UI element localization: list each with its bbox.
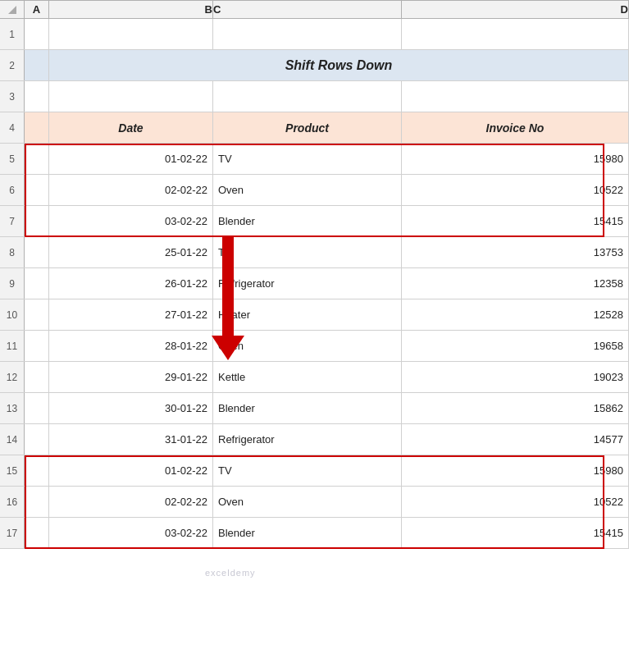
cell-5a[interactable]: [25, 144, 49, 174]
col-header-d: D: [402, 0, 629, 18]
cell-16c[interactable]: Oven: [213, 487, 402, 517]
cell-17c[interactable]: Blender: [213, 518, 402, 548]
row-15: 15 01-02-22 TV 15980: [0, 455, 629, 487]
row-num-12: 12: [0, 362, 25, 392]
cell-10d[interactable]: 12528: [402, 299, 629, 330]
cell-9a[interactable]: [25, 268, 49, 299]
red-box-group-top: 5 01-02-22 TV 15980 6 02-02-22 Oven 1052…: [0, 144, 629, 237]
row-num-17: 17: [0, 518, 25, 548]
cell-8a[interactable]: [25, 237, 49, 267]
row-num-8: 8: [0, 237, 25, 267]
cell-3d[interactable]: [402, 81, 629, 112]
cell-7b[interactable]: 03-02-22: [49, 206, 213, 236]
cell-17b[interactable]: 03-02-22: [49, 518, 213, 548]
row-num-16: 16: [0, 487, 25, 517]
cell-9b[interactable]: 26-01-22: [49, 268, 213, 299]
cell-8d[interactable]: 13753: [402, 237, 629, 267]
cell-14a[interactable]: [25, 424, 49, 455]
header-date[interactable]: Date: [49, 112, 213, 143]
cell-12c[interactable]: Kettle: [213, 362, 402, 392]
row-6: 6 02-02-22 Oven 10522: [0, 175, 629, 206]
cell-14b[interactable]: 31-01-22: [49, 424, 213, 455]
cell-14c[interactable]: Refrigerator: [213, 424, 402, 455]
header-invoice[interactable]: Invoice No: [402, 112, 629, 143]
cell-1c[interactable]: [213, 19, 402, 49]
row-num-1: 1: [0, 19, 25, 49]
cell-7a[interactable]: [25, 206, 49, 236]
header-invoice-label: Invoice No: [486, 121, 545, 135]
column-headers: A B C D: [0, 0, 629, 19]
cell-5c[interactable]: TV: [213, 144, 402, 174]
cell-7c[interactable]: Blender: [213, 206, 402, 236]
row-4-header: 4 Date Product Invoice No: [0, 112, 629, 144]
cell-11a[interactable]: [25, 331, 49, 361]
cell-15a[interactable]: [25, 455, 49, 486]
row-num-11: 11: [0, 331, 25, 361]
row-num-10: 10: [0, 299, 25, 330]
red-box-group-bottom: 15 01-02-22 TV 15980 16 02-02-22 Oven 10…: [0, 455, 629, 549]
row-5: 5 01-02-22 TV 15980: [0, 144, 629, 175]
row-num-5: 5: [0, 144, 25, 174]
cell-5d[interactable]: 15980: [402, 144, 629, 174]
cell-6d[interactable]: 10522: [402, 175, 629, 205]
cell-10a[interactable]: [25, 299, 49, 330]
cell-15b[interactable]: 01-02-22: [49, 455, 213, 486]
row-13: 13 30-01-22 Blender 15862: [0, 393, 629, 424]
cell-15d[interactable]: 15980: [402, 455, 629, 486]
cell-4a[interactable]: [25, 112, 49, 143]
cell-12a[interactable]: [25, 362, 49, 392]
cell-13d[interactable]: 15862: [402, 393, 629, 423]
cell-11b[interactable]: 28-01-22: [49, 331, 213, 361]
row-17: 17 03-02-22 Blender 15415: [0, 518, 629, 549]
header-date-label: Date: [118, 121, 143, 135]
cell-13a[interactable]: [25, 393, 49, 423]
row-num-9: 9: [0, 268, 25, 299]
cell-9d[interactable]: 12358: [402, 268, 629, 299]
cell-13b[interactable]: 30-01-22: [49, 393, 213, 423]
cell-6a[interactable]: [25, 175, 49, 205]
row-11: 11 28-01-22 Oven 19658: [0, 331, 629, 362]
cell-1d[interactable]: [402, 19, 629, 49]
cell-10b[interactable]: 27-01-22: [49, 299, 213, 330]
cell-16d[interactable]: 10522: [402, 487, 629, 517]
cell-3a[interactable]: [25, 81, 49, 112]
corner-cell: [0, 0, 25, 18]
cell-15c[interactable]: TV: [213, 455, 402, 486]
watermark: exceldemy: [205, 568, 256, 578]
row-num-3: 3: [0, 81, 25, 112]
title-cell[interactable]: Shift Rows Down: [49, 50, 629, 80]
cell-2a[interactable]: [25, 50, 49, 80]
row-num-15: 15: [0, 455, 25, 486]
cell-11d[interactable]: 19658: [402, 331, 629, 361]
cell-8b[interactable]: 25-01-22: [49, 237, 213, 267]
row-num-14: 14: [0, 424, 25, 455]
cell-17d[interactable]: 15415: [402, 518, 629, 548]
cell-16a[interactable]: [25, 487, 49, 517]
arrow-shaft: [222, 237, 234, 336]
cell-12b[interactable]: 29-01-22: [49, 362, 213, 392]
header-product-label: Product: [285, 121, 329, 135]
cell-7d[interactable]: 15415: [402, 206, 629, 236]
cell-3b[interactable]: [49, 81, 213, 112]
spreadsheet: A B C D 1 2 Shift Rows Down 3 4 Date Pr: [0, 0, 629, 672]
down-arrow: [212, 237, 244, 360]
cell-3c[interactable]: [213, 81, 402, 112]
row-num-2: 2: [0, 50, 25, 80]
row-num-13: 13: [0, 393, 25, 423]
row-2: 2 Shift Rows Down: [0, 50, 629, 81]
cell-17a[interactable]: [25, 518, 49, 548]
cell-6b[interactable]: 02-02-22: [49, 175, 213, 205]
row-16: 16 02-02-22 Oven 10522: [0, 487, 629, 518]
row-3: 3: [0, 81, 629, 112]
cell-1a[interactable]: [25, 19, 49, 49]
cell-6c[interactable]: Oven: [213, 175, 402, 205]
cell-16b[interactable]: 02-02-22: [49, 487, 213, 517]
cell-5b[interactable]: 01-02-22: [49, 144, 213, 174]
row-7: 7 03-02-22 Blender 15415: [0, 206, 629, 237]
header-product[interactable]: Product: [213, 112, 402, 143]
cell-1b[interactable]: [49, 19, 213, 49]
cell-12d[interactable]: 19023: [402, 362, 629, 392]
row-14: 14 31-01-22 Refrigerator 14577: [0, 424, 629, 455]
cell-13c[interactable]: Blender: [213, 393, 402, 423]
cell-14d[interactable]: 14577: [402, 424, 629, 455]
